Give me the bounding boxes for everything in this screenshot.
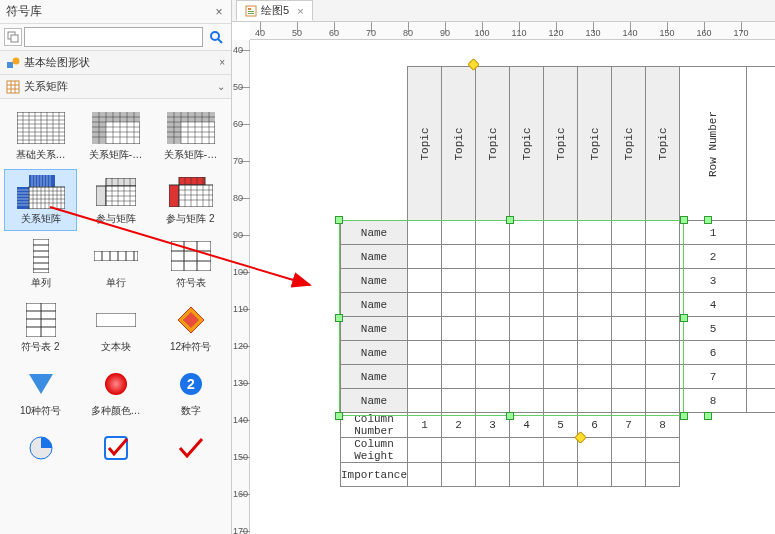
footer-cell[interactable]: 8 <box>646 413 680 438</box>
footer-cell[interactable]: 7 <box>612 413 646 438</box>
row-number-cell[interactable]: 2 <box>680 245 747 269</box>
data-cell[interactable] <box>408 221 442 245</box>
footer-cell[interactable] <box>544 438 578 463</box>
data-cell[interactable] <box>578 221 612 245</box>
row-number-cell[interactable]: 6 <box>680 341 747 365</box>
shape-single-column[interactable]: 单列 <box>4 233 77 295</box>
panel-close-icon[interactable]: × <box>211 5 227 19</box>
row-weight-cell[interactable] <box>747 389 775 413</box>
data-cell[interactable] <box>442 389 476 413</box>
data-cell[interactable] <box>544 269 578 293</box>
shape-multi-color[interactable]: 多种颜色… <box>79 361 152 423</box>
row-name-cell[interactable]: Name <box>341 269 408 293</box>
drawing-canvas[interactable]: TopicTopicTopicTopicTopicTopicTopicTopic… <box>250 40 775 534</box>
data-cell[interactable] <box>578 293 612 317</box>
topic-header[interactable]: Topic <box>442 67 476 221</box>
shape-participation-matrix[interactable]: 参与矩阵 <box>79 169 152 231</box>
data-cell[interactable] <box>476 341 510 365</box>
data-cell[interactable] <box>408 293 442 317</box>
shape-text-block[interactable]: 文本块 <box>79 297 152 359</box>
data-cell[interactable] <box>544 245 578 269</box>
data-cell[interactable] <box>510 341 544 365</box>
section-relation-matrix[interactable]: 关系矩阵 ⌄ <box>0 75 231 99</box>
footer-cell[interactable]: 6 <box>578 413 612 438</box>
shape-numbers[interactable]: 2 数字 <box>154 361 227 423</box>
footer-cell[interactable] <box>442 463 476 487</box>
topic-header[interactable]: Topic <box>476 67 510 221</box>
data-cell[interactable] <box>510 269 544 293</box>
data-cell[interactable] <box>646 221 680 245</box>
data-cell[interactable] <box>408 341 442 365</box>
close-icon[interactable]: × <box>219 57 225 68</box>
row-name-cell[interactable]: Name <box>341 389 408 413</box>
data-cell[interactable] <box>578 269 612 293</box>
footer-cell[interactable] <box>646 438 680 463</box>
row-name-cell[interactable]: Name <box>341 317 408 341</box>
topic-header[interactable]: Topic <box>544 67 578 221</box>
shape-single-row[interactable]: 单行 <box>79 233 152 295</box>
row-number-cell[interactable]: 8 <box>680 389 747 413</box>
data-cell[interactable] <box>612 389 646 413</box>
data-cell[interactable] <box>510 293 544 317</box>
search-button[interactable] <box>205 27 227 47</box>
row-weight-cell[interactable] <box>747 365 775 389</box>
footer-label-cell[interactable]: Importance <box>341 463 408 487</box>
footer-cell[interactable] <box>408 463 442 487</box>
data-cell[interactable] <box>510 245 544 269</box>
meta-col-header[interactable]: Row Number <box>680 67 747 221</box>
shape-relation-matrix[interactable]: 关系矩阵 <box>4 169 77 231</box>
footer-cell[interactable] <box>408 438 442 463</box>
shape-relation-matrix-a[interactable]: 关系矩阵-… <box>79 105 152 167</box>
data-cell[interactable] <box>510 221 544 245</box>
data-cell[interactable] <box>408 245 442 269</box>
data-cell[interactable] <box>646 245 680 269</box>
data-cell[interactable] <box>476 293 510 317</box>
row-name-cell[interactable]: Name <box>341 365 408 389</box>
relation-matrix-shape[interactable]: TopicTopicTopicTopicTopicTopicTopicTopic… <box>340 66 775 487</box>
data-cell[interactable] <box>578 389 612 413</box>
data-cell[interactable] <box>646 341 680 365</box>
row-name-cell[interactable]: Name <box>341 221 408 245</box>
data-cell[interactable] <box>442 269 476 293</box>
data-cell[interactable] <box>646 389 680 413</box>
row-number-cell[interactable]: 3 <box>680 269 747 293</box>
section-basic-shapes[interactable]: 基本绘图形状 × <box>0 51 231 75</box>
search-input[interactable] <box>24 27 203 47</box>
data-cell[interactable] <box>476 245 510 269</box>
data-cell[interactable] <box>646 317 680 341</box>
footer-label-cell[interactable]: Column Weight <box>341 438 408 463</box>
row-weight-cell[interactable] <box>747 245 775 269</box>
row-number-cell[interactable]: 7 <box>680 365 747 389</box>
shape-relation-matrix-b[interactable]: 关系矩阵-… <box>154 105 227 167</box>
footer-cell[interactable] <box>442 438 476 463</box>
data-cell[interactable] <box>476 221 510 245</box>
shape-check[interactable] <box>154 425 227 471</box>
data-cell[interactable] <box>612 365 646 389</box>
data-cell[interactable] <box>578 341 612 365</box>
row-weight-cell[interactable] <box>747 269 775 293</box>
data-cell[interactable] <box>544 221 578 245</box>
footer-cell[interactable]: 2 <box>442 413 476 438</box>
row-name-cell[interactable]: Name <box>341 293 408 317</box>
data-cell[interactable] <box>578 317 612 341</box>
data-cell[interactable] <box>476 365 510 389</box>
footer-cell[interactable] <box>578 463 612 487</box>
data-cell[interactable] <box>510 389 544 413</box>
row-weight-cell[interactable] <box>747 317 775 341</box>
footer-cell[interactable]: 1 <box>408 413 442 438</box>
data-cell[interactable] <box>442 365 476 389</box>
row-number-cell[interactable]: 5 <box>680 317 747 341</box>
shape-symbol-table-2[interactable]: 符号表 2 <box>4 297 77 359</box>
data-cell[interactable] <box>408 317 442 341</box>
data-cell[interactable] <box>646 269 680 293</box>
footer-cell[interactable] <box>612 463 646 487</box>
chevron-down-icon[interactable]: ⌄ <box>217 81 225 92</box>
shape-pie[interactable] <box>4 425 77 471</box>
data-cell[interactable] <box>646 293 680 317</box>
data-cell[interactable] <box>578 245 612 269</box>
tab-close-icon[interactable]: × <box>297 5 303 17</box>
topic-header[interactable]: Topic <box>612 67 646 221</box>
row-name-cell[interactable]: Name <box>341 341 408 365</box>
footer-cell[interactable] <box>578 438 612 463</box>
shape-12-symbols[interactable]: 12种符号 <box>154 297 227 359</box>
